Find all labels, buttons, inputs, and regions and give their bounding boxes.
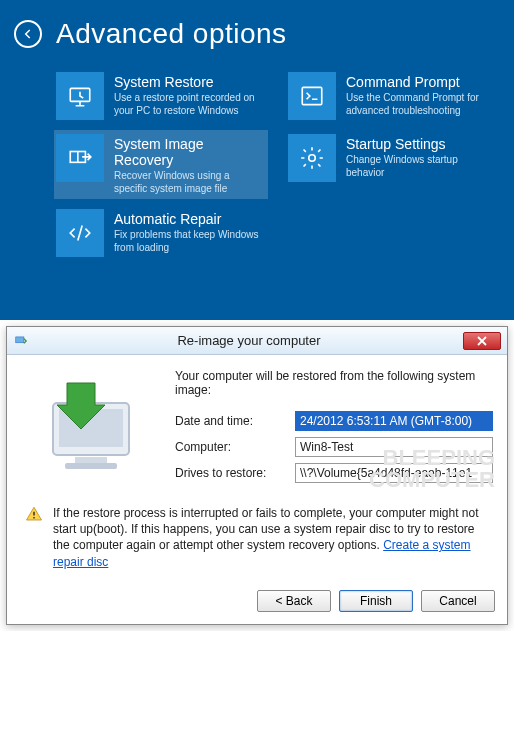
- cancel-button[interactable]: Cancel: [421, 590, 495, 612]
- svg-rect-9: [33, 512, 35, 516]
- gear-icon: [288, 134, 336, 182]
- back-button[interactable]: [14, 20, 42, 48]
- svg-rect-1: [302, 87, 322, 104]
- dialog-title: Re-image your computer: [35, 333, 463, 348]
- winre-header: Advanced options: [14, 18, 500, 50]
- dialog-main: Your computer will be restored from the …: [175, 369, 493, 489]
- tile-desc: Use the Command Prompt for advanced trou…: [346, 92, 496, 117]
- back-button[interactable]: < Back: [257, 590, 331, 612]
- field-datetime: Date and time: 24/2012 6:53:11 AM (GMT-8…: [175, 411, 493, 431]
- tile-startup-settings[interactable]: Startup Settings Change Windows startup …: [286, 130, 500, 199]
- reimage-dialog: Re-image your computer Your computer wil…: [6, 326, 508, 625]
- terminal-icon: [288, 72, 336, 120]
- image-recovery-icon: [56, 134, 104, 182]
- close-button[interactable]: [463, 332, 501, 350]
- button-row: < Back Finish Cancel: [7, 582, 507, 624]
- dialog-illustration: [21, 369, 161, 489]
- tile-system-restore[interactable]: System Restore Use a restore point recor…: [54, 68, 268, 124]
- field-drives: Drives to restore: \\?\Volume{5a4d48fd-e…: [175, 463, 493, 483]
- warning-icon: [25, 505, 43, 570]
- label-drives: Drives to restore:: [175, 466, 295, 480]
- value-drives[interactable]: \\?\Volume{5a4d48fd-eaeb-11e1-: [295, 463, 493, 483]
- intro-text: Your computer will be restored from the …: [175, 369, 493, 397]
- tile-title: System Image Recovery: [114, 136, 266, 168]
- finish-button[interactable]: Finish: [339, 590, 413, 612]
- page-title: Advanced options: [56, 18, 287, 50]
- restore-icon: [56, 72, 104, 120]
- tile-title: Automatic Repair: [114, 211, 264, 227]
- tile-automatic-repair[interactable]: Automatic Repair Fix problems that keep …: [54, 205, 268, 261]
- tile-desc: Change Windows startup behavior: [346, 154, 496, 179]
- dialog-body: Your computer will be restored from the …: [7, 355, 507, 497]
- tile-desc: Recover Windows using a specific system …: [114, 170, 264, 195]
- tile-title: Startup Settings: [346, 136, 496, 152]
- app-icon: [13, 333, 29, 349]
- value-computer[interactable]: Win8-Test: [295, 437, 493, 457]
- svg-rect-8: [65, 463, 117, 469]
- titlebar: Re-image your computer: [7, 327, 507, 355]
- winre-panel: Advanced options System Restore Use a re…: [0, 0, 514, 320]
- tile-title: Command Prompt: [346, 74, 496, 90]
- tiles-grid: System Restore Use a restore point recor…: [14, 68, 500, 261]
- warning-row: If the restore process is interrupted or…: [7, 497, 507, 582]
- tile-system-image-recovery[interactable]: System Image Recovery Recover Windows us…: [54, 130, 268, 199]
- tile-desc: Use a restore point recorded on your PC …: [114, 92, 264, 117]
- svg-rect-10: [33, 517, 35, 519]
- label-computer: Computer:: [175, 440, 295, 454]
- warning-text: If the restore process is interrupted or…: [53, 505, 489, 570]
- tile-desc: Fix problems that keep Windows from load…: [114, 229, 264, 254]
- field-computer: Computer: Win8-Test: [175, 437, 493, 457]
- tile-title: System Restore: [114, 74, 264, 90]
- svg-rect-7: [75, 457, 107, 463]
- svg-point-3: [309, 155, 316, 162]
- tile-command-prompt[interactable]: Command Prompt Use the Command Prompt fo…: [286, 68, 500, 124]
- repair-icon: [56, 209, 104, 257]
- svg-rect-4: [16, 336, 24, 342]
- label-datetime: Date and time:: [175, 414, 295, 428]
- value-datetime[interactable]: 24/2012 6:53:11 AM (GMT-8:00): [295, 411, 493, 431]
